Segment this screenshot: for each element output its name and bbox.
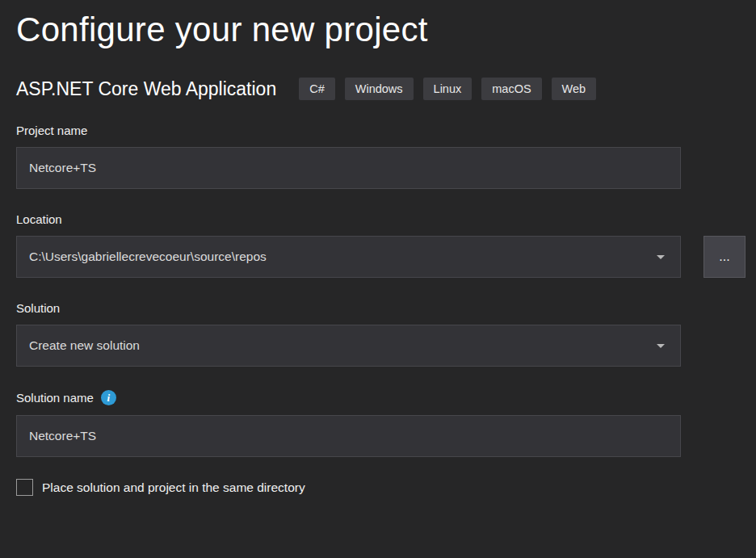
browse-button[interactable]: ...	[704, 236, 746, 278]
tag-csharp: C#	[299, 78, 335, 100]
tag-windows: Windows	[345, 78, 414, 100]
solution-name-input[interactable]	[16, 415, 681, 457]
solution-label: Solution	[16, 301, 756, 315]
location-combobox[interactable]: C:\Users\gabriellecrevecoeur\source\repo…	[16, 236, 681, 278]
project-type-tags: C# Windows Linux macOS Web	[299, 78, 596, 100]
project-type-row: ASP.NET Core Web Application C# Windows …	[16, 78, 756, 100]
solution-name-label-text: Solution name	[16, 391, 94, 405]
tag-macos: macOS	[481, 78, 541, 100]
solution-value: Create new solution	[29, 338, 140, 353]
same-directory-label[interactable]: Place solution and project in the same d…	[42, 480, 305, 495]
tag-web: Web	[552, 78, 597, 100]
project-name-input[interactable]	[16, 147, 681, 189]
solution-name-label: Solution name	[16, 390, 756, 405]
solution-combobox[interactable]: Create new solution	[16, 325, 681, 367]
project-name-label: Project name	[16, 124, 756, 137]
location-label-text: Location	[16, 212, 62, 226]
location-label: Location	[16, 212, 756, 226]
tag-linux: Linux	[423, 78, 472, 100]
location-row: C:\Users\gabriellecrevecoeur\source\repo…	[16, 236, 756, 278]
location-value: C:\Users\gabriellecrevecoeur\source\repo…	[29, 250, 267, 264]
configure-project-dialog: Configure your new project ASP.NET Core …	[0, 0, 756, 496]
chevron-down-icon	[657, 255, 665, 259]
same-directory-checkbox[interactable]	[16, 479, 33, 496]
project-name-label-text: Project name	[16, 124, 87, 137]
same-directory-row: Place solution and project in the same d…	[16, 479, 756, 496]
info-icon[interactable]	[101, 390, 116, 405]
chevron-down-icon	[657, 344, 665, 348]
project-type-name: ASP.NET Core Web Application	[16, 78, 276, 100]
solution-label-text: Solution	[16, 301, 60, 315]
page-title: Configure your new project	[16, 10, 756, 50]
